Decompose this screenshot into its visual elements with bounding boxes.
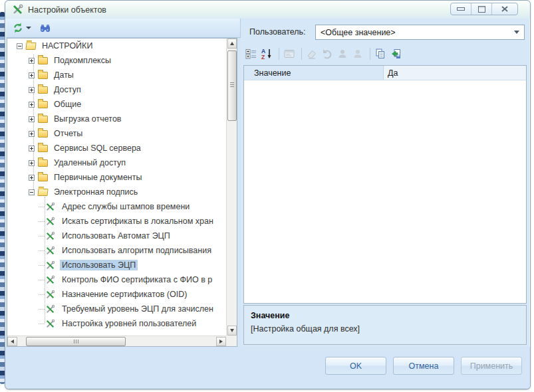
- categorized-view-button[interactable]: [245, 48, 258, 60]
- tree-item-naznachenie-sertifikatov[interactable]: Назначение сертификатов (OID): [7, 287, 226, 302]
- setting-tools-icon: [45, 275, 55, 285]
- title-bar[interactable]: Настройки объектов: [5, 1, 530, 19]
- expand-expander-icon[interactable]: [29, 175, 35, 181]
- expand-expander-icon[interactable]: [29, 72, 35, 78]
- horizontal-scroll-thumb[interactable]: [26, 337, 126, 346]
- folder-icon: [38, 145, 48, 152]
- sort-az-button[interactable]: A Z: [260, 48, 273, 60]
- tree-item-ispolzovat-avtomat[interactable]: Использовать Автомат ЭЦП: [7, 229, 226, 243]
- tools-icon: [12, 4, 23, 15]
- tree-item-kontrol-fio[interactable]: Контроль ФИО сертификата с ФИО в р: [7, 272, 226, 287]
- vertical-scroll-thumb[interactable]: [227, 50, 237, 121]
- setting-tools-icon: [45, 246, 55, 256]
- expand-expander-icon[interactable]: [29, 116, 35, 122]
- eraser-icon: [306, 48, 318, 60]
- tree-item-elektronnaya-podpis[interactable]: Электронная подпись: [7, 185, 226, 199]
- tree-item-adres-sluzhby[interactable]: Адрес службы штампов времени: [7, 199, 226, 214]
- tree-item-pervichnye-dokumenty[interactable]: Первичные документы: [7, 170, 226, 185]
- window-title: Настройки объектов: [28, 5, 106, 15]
- tree-item-vygruzka-otchetov[interactable]: Выгрузка отчетов: [7, 112, 226, 126]
- undo-icon: [321, 48, 333, 60]
- property-pages-button: [283, 48, 296, 60]
- expand-expander-icon[interactable]: [29, 131, 35, 137]
- toolbar-separator: [279, 48, 279, 60]
- refresh-icon: [12, 22, 24, 34]
- tree-item-nastroyki[interactable]: НАСТРОЙКИ: [7, 39, 226, 53]
- tree-item-otchety[interactable]: Отчеты: [7, 126, 226, 141]
- user-icon: [352, 48, 364, 60]
- property-value-cell[interactable]: Да: [384, 66, 526, 80]
- tree-horizontal-scrollbar[interactable]: [7, 336, 226, 346]
- property-row-znachenie[interactable]: Значение Да: [244, 66, 526, 80]
- tree-item-servisy-sql[interactable]: Сервисы SQL сервера: [7, 141, 226, 155]
- tree-item-iskat-sertifikaty[interactable]: Искать сертификаты в локальном хран: [7, 214, 226, 229]
- tree-item-dostup[interactable]: Доступ: [7, 82, 226, 97]
- settings-tree: НАСТРОЙКИ Подкомплексы Даты Доступ Общие: [7, 39, 226, 336]
- background-window-sliver: [0, 12, 5, 384]
- tree-item-ispolzovat-algoritm[interactable]: Использовать алгоритм подписывания: [7, 243, 226, 258]
- expand-expander-icon[interactable]: [29, 146, 35, 151]
- property-name-cell: Значение: [244, 66, 384, 80]
- user-remove-button: [336, 48, 349, 60]
- folder-icon: [38, 116, 48, 123]
- expand-expander-icon[interactable]: [29, 87, 35, 93]
- scroll-left-button[interactable]: [7, 337, 17, 346]
- tree-item-obschie[interactable]: Общие: [7, 97, 226, 112]
- folder-icon: [38, 57, 48, 64]
- tree-vertical-scrollbar[interactable]: [226, 39, 237, 336]
- user-combobox[interactable]: <Общее значение>: [315, 25, 525, 40]
- description-text: [Настройка общая для всех]: [251, 324, 526, 334]
- scroll-up-button[interactable]: [227, 39, 237, 49]
- tree-item-udalennyy-dostup[interactable]: Удаленный доступ: [7, 155, 226, 170]
- minimize-button[interactable]: [451, 3, 471, 15]
- open-folder-icon: [37, 189, 48, 196]
- tree-item-podkompleksy[interactable]: Подкомплексы: [7, 53, 226, 68]
- maximize-button[interactable]: [471, 3, 492, 15]
- folder-icon: [38, 86, 48, 94]
- folder-icon: [38, 101, 48, 108]
- tree-item-ispolzovat-ecp[interactable]: Использовать ЭЦП: [7, 258, 226, 272]
- folder-icon: [38, 130, 48, 138]
- scroll-right-button[interactable]: [216, 337, 226, 346]
- categorized-view-icon: [245, 48, 257, 60]
- window-controls: [450, 3, 518, 15]
- collapse-expander-icon[interactable]: [17, 43, 23, 49]
- import-save-button[interactable]: [389, 48, 402, 60]
- expand-expander-icon[interactable]: [29, 160, 35, 166]
- ok-button[interactable]: OK: [325, 357, 386, 375]
- user-selector-row: Пользователь: <Общее значение>: [241, 23, 529, 41]
- close-button[interactable]: [492, 3, 517, 15]
- dropdown-arrow-icon[interactable]: [26, 27, 31, 29]
- copy-button[interactable]: [374, 48, 387, 60]
- chevron-down-icon[interactable]: [514, 31, 519, 34]
- scrollbar-corner: [226, 336, 237, 346]
- setting-tools-icon: [45, 319, 55, 329]
- property-grid: Значение Да: [243, 65, 527, 304]
- tree-item-nastroyka-urovney[interactable]: Настройка уровней пользователей: [7, 316, 226, 331]
- user-remove-icon: [336, 48, 348, 60]
- tree-item-trebuemyy-uroven[interactable]: Требуемый уровень ЭЦП для зачислен: [7, 302, 226, 316]
- setting-tools-icon: [45, 231, 55, 241]
- settings-tree-panel: НАСТРОЙКИ Подкомплексы Даты Доступ Общие: [7, 38, 237, 347]
- scroll-down-button[interactable]: [227, 326, 237, 336]
- settings-dialog: Настройки объектов: [5, 0, 531, 389]
- apply-button[interactable]: Применить: [461, 357, 522, 375]
- tree-item-daty[interactable]: Даты: [7, 68, 226, 82]
- setting-tools-icon: [45, 202, 55, 212]
- folder-icon: [38, 72, 48, 79]
- collapse-expander-icon[interactable]: [29, 189, 35, 195]
- maximize-icon: [478, 6, 485, 13]
- refresh-button[interactable]: [10, 21, 33, 35]
- expand-expander-icon[interactable]: [29, 58, 35, 64]
- search-button[interactable]: [37, 21, 53, 35]
- import-save-icon: [390, 48, 402, 60]
- tree-toolbar: [6, 19, 241, 38]
- setting-tools-icon: [45, 260, 55, 270]
- cancel-button[interactable]: Отмена: [393, 357, 454, 375]
- expand-expander-icon[interactable]: [29, 102, 35, 108]
- setting-tools-icon: [45, 304, 55, 314]
- property-pages-icon: [283, 48, 295, 60]
- user-combobox-value: <Общее значение>: [316, 28, 514, 37]
- clear-value-button: [305, 48, 319, 60]
- toolbar-separator: [301, 48, 302, 60]
